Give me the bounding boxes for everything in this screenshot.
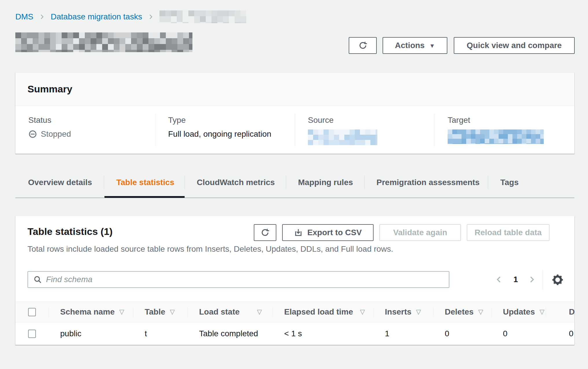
schema-search-box [27,271,449,288]
table-row: public t Table completed < 1 s 1 0 0 0 [15,322,574,345]
tools-divider [543,270,543,290]
chevron-right-icon [39,14,45,20]
tab-premigration-assessments[interactable]: Premigration assessments [376,175,479,190]
target-label: Target [448,116,569,125]
active-tab-underline [104,196,185,198]
search-icon [33,275,42,284]
summary-status-field: Status Stopped [15,106,155,154]
table-statistics-title: Table statistics (1) [27,226,113,237]
summary-panel: Summary Status Stopped Type Full load, o… [15,72,574,154]
row-checkbox-cell [15,322,49,345]
refresh-icon [260,228,270,237]
quick-view-and-compare-button[interactable]: Quick view and compare [454,37,575,54]
sort-icon: ▽ [257,308,262,316]
pagination-next-button[interactable] [525,271,539,288]
column-header-ddls-cut[interactable]: D [546,302,574,322]
actions-button[interactable]: Actions ▼ [383,37,447,54]
tab-divider [488,176,488,189]
detail-tabs: Overview details Table statistics CloudW… [15,174,574,200]
stopped-icon [28,130,37,138]
reload-button-label: Reload table data [475,228,542,237]
select-all-checkbox[interactable] [28,308,36,316]
column-header-load-state[interactable]: Load state ▽ [188,302,273,322]
summary-title: Summary [27,83,72,95]
redacted-source-endpoint-link[interactable] [308,129,377,145]
cell-inserts: 1 [373,322,433,345]
status-value: Stopped [41,129,71,139]
tab-divider [104,176,104,189]
pagination-previous-button[interactable] [492,271,506,288]
summary-target-field: Target [435,106,574,154]
type-label: Type [168,116,289,125]
cell-deletes: 0 [433,322,491,345]
summary-source-field: Source [295,106,435,154]
type-value: Full load, ongoing replication [168,129,289,139]
export-to-csv-button[interactable]: Export to CSV [282,224,374,241]
quick-view-button-label: Quick view and compare [467,41,562,50]
cell-load-state: Table completed [188,322,273,345]
tabs-baseline [15,198,574,198]
column-header-updates[interactable]: Updates ▽ [491,302,546,322]
sort-icon: ▽ [119,308,124,316]
redacted-breadcrumb-task-name [159,10,246,23]
sort-icon: ▽ [539,308,544,316]
cell-schema-name: public [49,322,133,345]
tab-overview-details[interactable]: Overview details [28,175,92,190]
breadcrumb-link-dms[interactable]: DMS [15,12,33,21]
refresh-icon [358,41,368,50]
cell-elapsed-load-time: < 1 s [273,322,373,345]
tab-divider [286,176,286,189]
tab-cloudwatch-metrics[interactable]: CloudWatch metrics [197,175,275,190]
export-button-label: Export to CSV [307,228,362,237]
status-label: Status [28,116,149,125]
sort-icon: ▽ [360,308,365,316]
column-header-inserts[interactable]: Inserts ▽ [373,302,433,322]
cell-ddls: 0 [546,322,574,345]
table-refresh-button[interactable] [254,224,276,241]
table-statistics-panel: Table statistics (1) Total rows include … [15,216,574,345]
tab-mapping-rules[interactable]: Mapping rules [298,175,353,190]
refresh-button[interactable] [349,37,377,54]
validate-button-label: Validate again [393,228,447,237]
table-header-row: Schema name ▽ Table ▽ Load state ▽ Elaps… [15,302,574,322]
validate-again-button: Validate again [379,224,461,241]
download-icon [294,228,303,237]
column-header-elapsed-load-time[interactable]: Elapsed load time ▽ [273,302,373,322]
summary-type-field: Type Full load, ongoing replication [155,106,295,154]
cell-updates: 0 [491,322,546,345]
search-input[interactable] [46,272,446,287]
select-all-checkbox-cell [15,302,49,322]
gear-icon [552,274,564,286]
table-statistics-description: Total rows include loaded source table r… [27,244,393,254]
row-checkbox[interactable] [28,330,36,338]
sort-icon: ▽ [416,308,421,316]
tab-table-statistics[interactable]: Table statistics [116,175,174,190]
redacted-target-endpoint-link[interactable] [448,129,544,144]
cell-table: t [133,322,188,345]
sort-icon: ▽ [170,308,175,316]
breadcrumb-link-tasks[interactable]: Database migration tasks [51,12,142,21]
breadcrumb: DMS Database migration tasks [15,10,246,24]
pagination-current-page[interactable]: 1 [507,271,525,288]
redacted-page-title [15,32,192,52]
caret-down-icon: ▼ [429,43,435,49]
tab-divider [364,176,365,189]
reload-table-data-button: Reload table data [467,224,550,241]
tab-tags[interactable]: Tags [500,175,519,190]
table-statistics-table: Schema name ▽ Table ▽ Load state ▽ Elaps… [15,302,574,345]
status-badge: Stopped [28,129,149,139]
column-header-deletes[interactable]: Deletes ▽ [433,302,491,322]
column-header-schema-name[interactable]: Schema name ▽ [49,302,133,322]
sort-icon: ▽ [478,308,483,316]
actions-button-label: Actions [395,41,425,50]
column-header-table[interactable]: Table ▽ [133,302,188,322]
tab-divider [185,176,185,189]
table-settings-button[interactable] [551,273,564,286]
source-label: Source [308,116,429,125]
chevron-right-icon [148,14,154,20]
